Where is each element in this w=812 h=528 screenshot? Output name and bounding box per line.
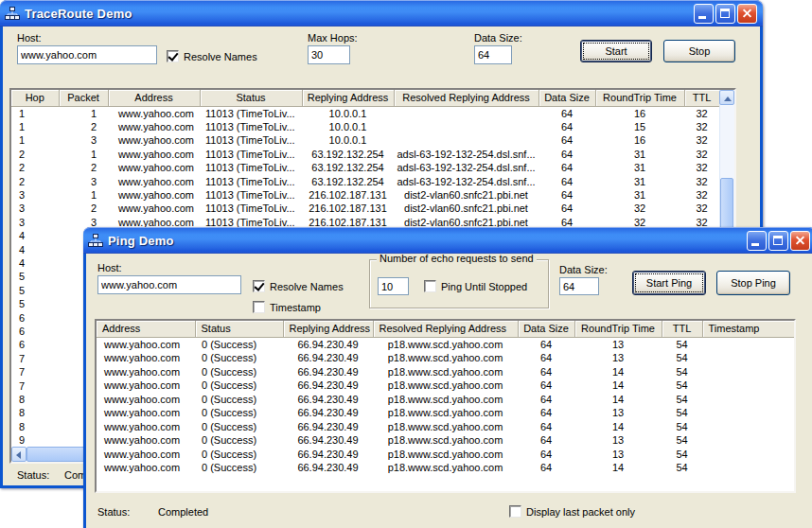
ping-client-area: Host: Resolve Names Timestamp Number of …	[86, 254, 812, 528]
timestamp-label: Timestamp	[270, 302, 321, 313]
column-header[interactable]: Status	[195, 321, 283, 337]
table-cell: 14	[574, 393, 662, 407]
table-cell: www.yahoo.com	[97, 393, 195, 407]
table-cell: 66.94.230.49	[283, 461, 373, 475]
table-row[interactable]: www.yahoo.com0 (Success)66.94.230.49p18.…	[97, 433, 794, 448]
checkbox-check-icon[interactable]	[167, 50, 179, 62]
host-label: Host:	[17, 32, 42, 44]
traceroute-titlebar[interactable]: TraceRoute Demo	[0, 0, 763, 26]
close-button[interactable]	[737, 4, 757, 24]
minimize-button[interactable]	[694, 4, 714, 24]
table-row[interactable]: www.yahoo.com0 (Success)66.94.230.49p18.…	[97, 378, 794, 393]
resolve-names-checkbox[interactable]: Resolve Names	[167, 50, 257, 62]
table-cell: www.yahoo.com	[108, 133, 200, 147]
checkbox-check-icon[interactable]	[424, 280, 436, 292]
arrow-left-icon	[16, 451, 21, 459]
ping-titlebar[interactable]: Ping Demo	[83, 227, 812, 254]
column-header[interactable]: Resolved Replying Address	[373, 321, 518, 337]
table-cell: 31	[595, 148, 684, 161]
column-header[interactable]: Replying Address	[283, 321, 373, 337]
column-header[interactable]: Timestamp	[702, 321, 794, 337]
table-cell: 0 (Success)	[195, 351, 283, 365]
table-cell: 1	[59, 106, 108, 120]
table-row[interactable]: 32www.yahoo.com11013 (TimeToLiv...216.10…	[11, 202, 719, 215]
table-row[interactable]: 23www.yahoo.com11013 (TimeToLiv...63.192…	[11, 175, 719, 188]
table-cell: 2	[59, 161, 108, 174]
column-header[interactable]: Data Size	[518, 321, 574, 337]
table-row[interactable]: www.yahoo.com0 (Success)66.94.230.49p18.…	[97, 337, 794, 351]
table-row[interactable]: 11www.yahoo.com11013 (TimeToLiv...10.0.0…	[11, 106, 719, 120]
echo-count-input[interactable]	[378, 277, 409, 295]
table-row[interactable]: 22www.yahoo.com11013 (TimeToLiv...63.192…	[11, 161, 719, 174]
table-cell	[394, 106, 538, 120]
scroll-left-button[interactable]	[11, 447, 26, 462]
table-row[interactable]: 12www.yahoo.com11013 (TimeToLiv...10.0.0…	[11, 120, 719, 133]
display-last-packet-checkbox[interactable]: Display last packet only	[509, 505, 635, 518]
maximize-button[interactable]	[715, 4, 735, 24]
host-input[interactable]	[97, 275, 241, 294]
column-header[interactable]: Resolved Replying Address	[394, 90, 538, 106]
data-size-input[interactable]	[559, 277, 599, 295]
table-cell: 5	[11, 270, 59, 283]
data-size-input[interactable]	[474, 45, 512, 64]
column-header[interactable]: Address	[108, 90, 200, 106]
table-row[interactable]: 31www.yahoo.com11013 (TimeToLiv...216.10…	[11, 188, 719, 202]
close-button[interactable]	[790, 231, 810, 251]
resolve-names-checkbox[interactable]: Resolve Names	[253, 280, 344, 292]
maximize-button[interactable]	[768, 231, 788, 251]
echo-requests-groupbox: Number of echo requests to send Ping Unt…	[369, 259, 549, 308]
column-header[interactable]: Address	[97, 321, 195, 337]
table-cell: 13	[574, 406, 662, 420]
table-cell: 64	[518, 420, 574, 434]
column-header[interactable]: Status	[200, 90, 302, 106]
checkbox-check-icon[interactable]	[509, 505, 521, 518]
table-cell: 0 (Success)	[195, 433, 283, 448]
column-header[interactable]: RoundTrip Time	[595, 90, 684, 106]
table-cell: 64	[518, 393, 574, 407]
stop-ping-button[interactable]: Stop Ping	[716, 271, 790, 295]
minimize-button[interactable]	[747, 231, 767, 251]
data-size-label: Data Size:	[559, 264, 608, 275]
column-header[interactable]: TTL	[684, 90, 719, 106]
table-row[interactable]: www.yahoo.com0 (Success)66.94.230.49p18.…	[97, 420, 794, 434]
checkbox-check-icon[interactable]	[253, 301, 265, 313]
table-row[interactable]: www.yahoo.com0 (Success)66.94.230.49p18.…	[97, 393, 794, 407]
table-cell: 3	[11, 202, 59, 215]
table-cell: 7	[11, 365, 59, 378]
timestamp-checkbox[interactable]: Timestamp	[253, 301, 321, 313]
column-header[interactable]: Replying Address	[302, 90, 394, 106]
column-header[interactable]: Packet	[59, 90, 108, 106]
start-ping-button[interactable]: Start Ping	[632, 271, 706, 295]
column-header[interactable]: RoundTrip Time	[574, 321, 662, 337]
table-cell: 66.94.230.49	[283, 448, 373, 462]
table-row[interactable]: 21www.yahoo.com11013 (TimeToLiv...63.192…	[11, 148, 719, 161]
ping-until-stopped-checkbox[interactable]: Ping Until Stopped	[424, 280, 527, 292]
table-row[interactable]: www.yahoo.com0 (Success)66.94.230.49p18.…	[97, 351, 794, 365]
table-row[interactable]: www.yahoo.com0 (Success)66.94.230.49p18.…	[97, 365, 794, 379]
scroll-up-button[interactable]	[719, 90, 734, 105]
checkbox-check-icon[interactable]	[253, 280, 265, 292]
table-cell	[702, 365, 794, 379]
table-cell: 10.0.0.1	[302, 120, 394, 133]
table-row[interactable]: www.yahoo.com0 (Success)66.94.230.49p18.…	[97, 406, 794, 420]
column-header[interactable]: Data Size	[538, 90, 595, 106]
start-button[interactable]: Start	[580, 40, 652, 62]
table-row[interactable]: www.yahoo.com0 (Success)66.94.230.49p18.…	[97, 448, 794, 462]
table-cell: 3	[59, 175, 108, 188]
table-cell: 32	[684, 106, 719, 120]
table-cell: www.yahoo.com	[108, 106, 200, 120]
table-cell: 32	[684, 133, 719, 147]
table-cell: 32	[684, 120, 719, 133]
table-row[interactable]: 13www.yahoo.com11013 (TimeToLiv...10.0.0…	[11, 133, 719, 147]
table-cell: 11013 (TimeToLiv...	[200, 106, 302, 120]
host-input[interactable]	[17, 45, 157, 64]
table-cell: 64	[518, 448, 574, 462]
table-cell: 0 (Success)	[195, 461, 283, 475]
table-row[interactable]: www.yahoo.com0 (Success)66.94.230.49p18.…	[97, 461, 794, 475]
stop-button[interactable]: Stop	[663, 40, 735, 62]
column-header[interactable]: TTL	[662, 321, 702, 337]
ping-results-table: Address Status Replying Address Resolved…	[97, 321, 795, 475]
column-header[interactable]: Hop	[11, 90, 59, 106]
table-cell	[702, 406, 794, 420]
max-hops-input[interactable]	[308, 45, 350, 64]
